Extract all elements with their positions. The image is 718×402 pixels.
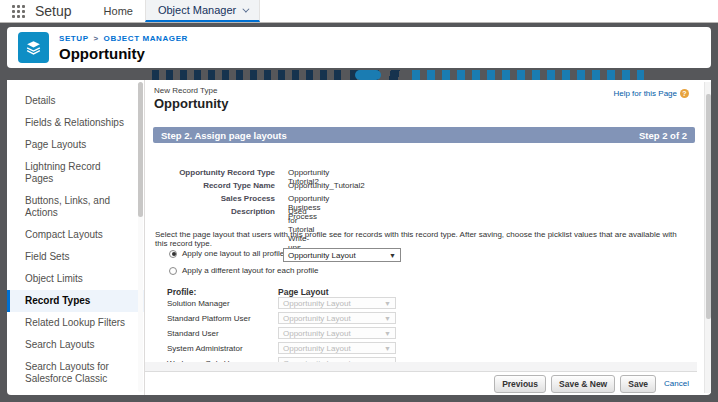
help-link[interactable]: Help for this Page ? <box>613 89 689 98</box>
radio-button[interactable] <box>169 250 177 258</box>
radio-option-different-layout: Apply a different layout for each profil… <box>169 266 318 275</box>
tab-object-manager-label: Object Manager <box>158 4 236 16</box>
sidebar-item-field-sets[interactable]: Field Sets <box>7 246 144 268</box>
step-progress: Step 2 of 2 <box>639 130 687 141</box>
wizard-eyebrow: New Record Type <box>154 86 217 95</box>
layout-select-value: Opportunity Layout <box>288 251 356 260</box>
profile-layout-select: Opportunity Layout▼ <box>278 342 396 354</box>
profile-layout-value: Opportunity Layout <box>283 344 351 353</box>
sidebar-item-lightning-record-pages[interactable]: Lightning Record Pages <box>7 156 144 190</box>
app-launcher-icon[interactable] <box>12 5 25 18</box>
previous-button[interactable]: Previous <box>494 375 546 393</box>
wizard-button-bar: Previous Save & New Save Cancel <box>145 371 697 395</box>
sidebar-item-record-types[interactable]: Record Types <box>7 290 144 312</box>
setup-top-bar: Setup Home Object Manager <box>0 0 718 23</box>
object-icon <box>18 32 49 63</box>
profile-name: Standard User <box>167 329 219 338</box>
breadcrumb-separator: > <box>89 34 104 43</box>
layout-select[interactable]: Opportunity Layout ▼ <box>283 248 401 262</box>
sidebar-item-object-limits[interactable]: Object Limits <box>7 268 144 290</box>
chevron-down-icon <box>243 5 250 12</box>
breadcrumb-setup[interactable]: SETUP <box>59 34 89 43</box>
sidebar-item-fields-relationships[interactable]: Fields & Relationships <box>7 112 144 134</box>
sidebar-item-page-layouts[interactable]: Page Layouts <box>7 134 144 156</box>
sidebar-item-compact-layouts[interactable]: Compact Layouts <box>7 224 144 246</box>
column-header-profile: Profile: <box>167 287 196 297</box>
help-icon: ? <box>680 89 689 98</box>
radio-button[interactable] <box>169 267 177 275</box>
watermark-fragment <box>355 70 381 80</box>
profile-layout-value: Opportunity Layout <box>283 329 351 338</box>
layers-icon <box>25 39 42 56</box>
column-header-page-layout: Page Layout <box>278 287 329 297</box>
sidebar-scrollbar[interactable] <box>138 82 143 392</box>
object-header-card: SETUP > OBJECT MANAGER Opportunity <box>7 27 711 68</box>
help-link-label: Help for this Page <box>613 89 677 98</box>
detail-label: Record Type Name <box>175 181 275 190</box>
select-caret-icon: ▼ <box>384 345 391 352</box>
content-scrollbar[interactable] <box>704 82 711 393</box>
profile-layout-select: Opportunity Layout▼ <box>278 297 396 309</box>
profile-layout-value: Opportunity Layout <box>283 314 351 323</box>
sidebar-item-triggers[interactable]: Triggers <box>7 390 144 395</box>
tab-object-manager[interactable]: Object Manager <box>145 0 260 22</box>
profile-layout-select: Opportunity Layout▼ <box>278 327 396 339</box>
select-caret-icon: ▼ <box>384 300 391 307</box>
breadcrumb-object-manager[interactable]: OBJECT MANAGER <box>104 34 188 43</box>
radio-label: Apply one layout to all profiles <box>182 249 288 258</box>
tab-home[interactable]: Home <box>92 0 145 22</box>
profile-layout-value: Opportunity Layout <box>283 299 351 308</box>
sidebar-scrollbar-thumb[interactable] <box>138 82 143 217</box>
main-card: Details Fields & Relationships Page Layo… <box>7 80 711 395</box>
watermark-fragment <box>152 70 342 80</box>
select-caret-icon: ▼ <box>384 330 391 337</box>
cancel-link[interactable]: Cancel <box>664 379 689 388</box>
sidebar-item-search-layouts[interactable]: Search Layouts <box>7 334 144 356</box>
object-title: Opportunity <box>59 45 145 62</box>
radio-option-one-layout: Apply one layout to all profiles <box>169 249 288 258</box>
instruction-text: Select the page layout that users with t… <box>155 230 691 248</box>
watermark-fragment <box>412 70 644 80</box>
breadcrumb: SETUP > OBJECT MANAGER <box>59 34 188 43</box>
radio-label: Apply a different layout for each profil… <box>182 266 318 275</box>
section-divider <box>145 362 697 371</box>
select-caret-icon: ▼ <box>384 315 391 322</box>
profile-name: Standard Platform User <box>167 314 251 323</box>
select-caret-icon: ▼ <box>389 252 396 259</box>
sidebar-item-search-layouts-classic[interactable]: Search Layouts for Salesforce Classic <box>7 356 144 390</box>
tab-home-label: Home <box>104 5 133 17</box>
sidebar-item-details[interactable]: Details <box>7 90 144 112</box>
app-title: Setup <box>35 3 72 22</box>
sidebar-item-related-lookup-filters[interactable]: Related Lookup Filters <box>7 312 144 334</box>
detail-label: Description <box>175 207 275 216</box>
detail-label: Sales Process <box>175 194 275 203</box>
save-and-new-button[interactable]: Save & New <box>551 375 615 393</box>
step-title: Step 2. Assign page layouts <box>161 130 287 141</box>
object-manager-sidebar: Details Fields & Relationships Page Layo… <box>7 80 145 395</box>
record-type-wizard: New Record Type Opportunity Help for thi… <box>145 80 711 395</box>
save-button[interactable]: Save <box>620 375 656 393</box>
profile-name: System Administrator <box>167 344 243 353</box>
detail-value: Opportunity_Tutorial2 <box>288 181 365 190</box>
wizard-title: Opportunity <box>154 96 228 111</box>
step-header-bar: Step 2. Assign page layouts Step 2 of 2 <box>153 127 695 143</box>
profile-layout-select: Opportunity Layout▼ <box>278 312 396 324</box>
profile-name: Solution Manager <box>167 299 230 308</box>
sidebar-item-buttons-links-actions[interactable]: Buttons, Links, and Actions <box>7 190 144 224</box>
content-scrollbar-thumb[interactable] <box>706 94 711 319</box>
detail-label: Opportunity Record Type <box>175 168 275 177</box>
